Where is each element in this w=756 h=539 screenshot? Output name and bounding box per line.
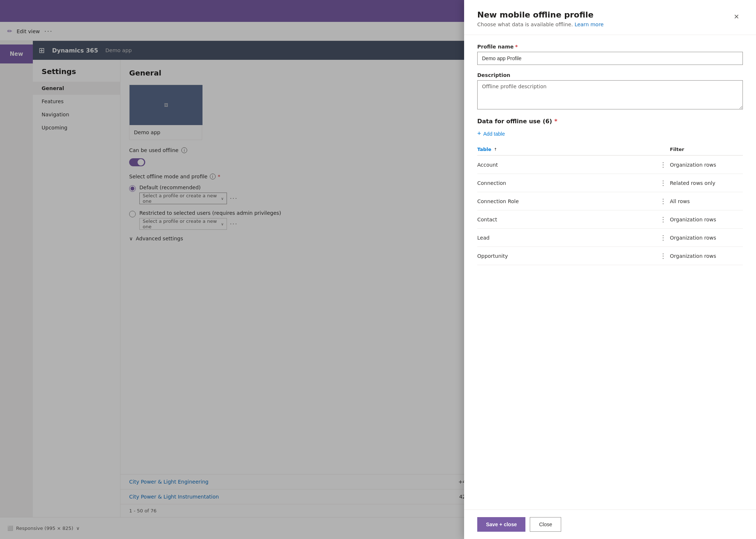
table-rows-container: Account ⋮ Organization rows Connection ⋮… [477,156,743,265]
data-section-required: * [554,118,557,125]
close-button[interactable]: Close [530,517,561,532]
profile-name-required: * [515,44,518,50]
table-col-header[interactable]: Table [477,147,491,152]
table-row-menu-icon[interactable]: ⋮ [657,161,670,168]
table-row: Connection ⋮ Related rows only [477,174,743,192]
add-table-button[interactable]: + Add table [477,130,505,137]
table-cell-name: Lead [477,235,657,241]
table-row-menu-icon[interactable]: ⋮ [657,234,670,241]
modal-body: Profile name * Description Offline profi… [464,35,756,509]
profile-name-input[interactable] [477,52,743,65]
data-section-title: Data for offline use (6) * [477,118,743,125]
table-row: Connection Role ⋮ All rows [477,192,743,210]
table-cell-name: Connection [477,180,657,186]
table-cell-filter: Organization rows [670,162,743,168]
modal-close-button[interactable]: ✕ [730,10,743,23]
table-cell-filter: Organization rows [670,217,743,222]
sort-arrow-icon: ↑ [494,147,497,151]
table-row: Account ⋮ Organization rows [477,156,743,174]
table-row: Opportunity ⋮ Organization rows [477,247,743,265]
data-section: Data for offline use (6) * + Add table T… [477,118,743,265]
table-header-row: Table ↑ Filter [477,143,743,156]
table-row-menu-icon[interactable]: ⋮ [657,179,670,187]
modal-subtitle: Choose what data is available offline. L… [477,22,603,27]
table-row: Lead ⋮ Organization rows [477,229,743,247]
table-cell-name: Contact [477,217,657,222]
profile-name-field: Profile name * [477,44,743,65]
data-section-title-text: Data for offline use [477,118,540,125]
add-table-plus-icon: + [477,130,481,137]
filter-col-header: Filter [670,147,684,152]
table-cell-name: Opportunity [477,253,657,259]
modal-header-content: New mobile offline profile Choose what d… [477,10,603,27]
table-cell-name: Account [477,162,657,168]
profile-name-label: Profile name * [477,44,743,50]
description-label: Description [477,72,743,78]
table-cell-filter: Organization rows [670,235,743,241]
modal-header: New mobile offline profile Choose what d… [464,0,756,35]
data-section-count: (6) [543,118,552,125]
learn-more-link[interactable]: Learn more [575,22,604,27]
table-cell-filter: Organization rows [670,253,743,259]
save-close-button[interactable]: Save + close [477,517,525,532]
description-field: Description Offline profile description [477,72,743,110]
table-row-menu-icon[interactable]: ⋮ [657,197,670,205]
table-row: Contact ⋮ Organization rows [477,210,743,229]
description-textarea[interactable]: Offline profile description [477,80,743,109]
table-row-menu-icon[interactable]: ⋮ [657,216,670,223]
modal-panel: New mobile offline profile Choose what d… [464,0,756,539]
modal-title: New mobile offline profile [477,10,603,19]
table-cell-filter: All rows [670,198,743,204]
table-cell-filter: Related rows only [670,180,743,186]
modal-footer: Save + close Close [464,509,756,539]
table-row-menu-icon[interactable]: ⋮ [657,252,670,260]
modal-subtitle-text: Choose what data is available offline. [477,22,573,27]
table-cell-name: Connection Role [477,198,657,204]
add-table-label: Add table [483,131,505,137]
